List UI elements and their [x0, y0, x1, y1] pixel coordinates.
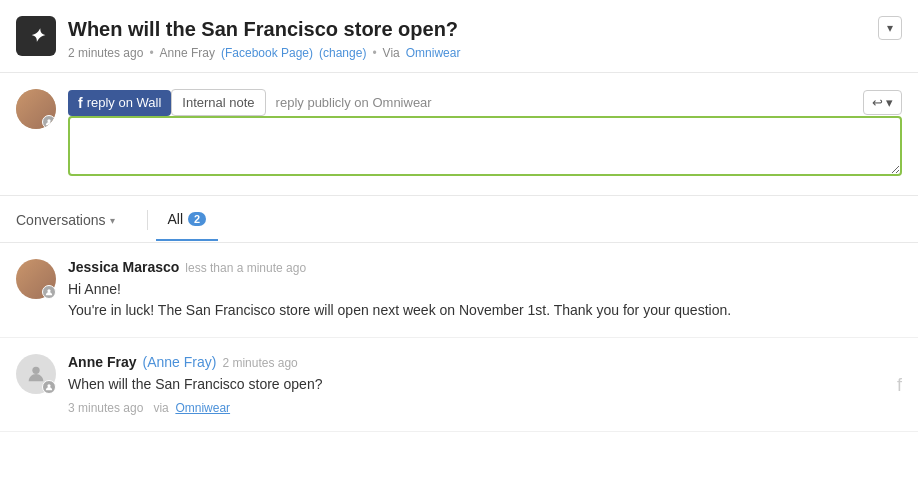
- jessica-greeting: Hi Anne!: [68, 279, 902, 300]
- facebook-action-icon[interactable]: f: [897, 374, 902, 395]
- jessica-author: Jessica Marasco: [68, 259, 179, 275]
- page-title: When will the San Francisco store open?: [68, 16, 902, 42]
- message-list: Jessica Marasco less than a minute ago H…: [0, 243, 918, 432]
- avatar-badge: [42, 115, 56, 129]
- jessica-message-content: Jessica Marasco less than a minute ago H…: [68, 259, 902, 321]
- author-name: Anne Fray: [160, 46, 215, 60]
- reply-tabs-row: f reply on Wall Internal note reply publ…: [68, 89, 902, 116]
- reply-avatar: [16, 89, 56, 129]
- dot-separator-1: •: [149, 46, 153, 60]
- conversations-header: Conversations ▾ All 2: [0, 196, 918, 243]
- header-dropdown-button[interactable]: ▾: [878, 16, 902, 40]
- tab-all-badge: 2: [188, 212, 206, 226]
- tab-all-label: All: [168, 211, 184, 227]
- facebook-icon: f: [78, 95, 83, 111]
- message-item: Jessica Marasco less than a minute ago H…: [0, 243, 918, 338]
- conversations-chevron-icon: ▾: [110, 215, 115, 226]
- tab-all[interactable]: All 2: [156, 211, 219, 241]
- svg-point-3: [47, 384, 50, 387]
- anne-message-item: Anne Fray (Anne Fray) 2 minutes ago When…: [0, 338, 918, 432]
- tab-internal-label: Internal note: [182, 95, 254, 110]
- change-link[interactable]: (change): [319, 46, 366, 60]
- jessica-avatar-badge: [42, 285, 56, 299]
- anne-body: When will the San Francisco store open?: [68, 374, 902, 395]
- conversations-divider: [147, 210, 148, 230]
- omniwear-link[interactable]: Omniwear: [406, 46, 461, 60]
- header-content: When will the San Francisco store open? …: [68, 16, 902, 60]
- svg-point-1: [47, 289, 50, 292]
- svg-point-2: [32, 367, 39, 374]
- page-header: ✦ When will the San Francisco store open…: [0, 0, 918, 73]
- jessica-time: less than a minute ago: [185, 261, 306, 275]
- tab-internal-note[interactable]: Internal note: [171, 89, 265, 116]
- conversations-section: Conversations ▾ All 2: [0, 196, 918, 432]
- anne-message-header: Anne Fray (Anne Fray) 2 minutes ago: [68, 354, 902, 370]
- reply-toolbar-right: ↩ ▾: [863, 90, 902, 115]
- post-time: 2 minutes ago: [68, 46, 143, 60]
- conversations-text: Conversations: [16, 212, 106, 228]
- logo-icon: ✦: [29, 25, 44, 47]
- anne-message-content: Anne Fray (Anne Fray) 2 minutes ago When…: [68, 354, 902, 415]
- reply-section: f reply on Wall Internal note reply publ…: [0, 73, 918, 196]
- facebook-page-link[interactable]: (Facebook Page): [221, 46, 313, 60]
- anne-avatar: [16, 354, 56, 394]
- dot-separator-2: •: [372, 46, 376, 60]
- tab-reply-on-wall[interactable]: f reply on Wall: [68, 90, 171, 116]
- reply-main: f reply on Wall Internal note reply publ…: [68, 89, 902, 179]
- conversations-label[interactable]: Conversations ▾: [16, 212, 115, 240]
- tab-reply-publicly[interactable]: reply publicly on Omniwear: [266, 90, 442, 115]
- header-meta: 2 minutes ago • Anne Fray (Facebook Page…: [68, 46, 902, 60]
- toolbar-chevron-icon: ▾: [886, 95, 893, 110]
- anne-sub: 3 minutes ago via Omniwear: [68, 401, 902, 415]
- jessica-body: You're in luck! The San Francisco store …: [68, 300, 902, 321]
- anne-omniwear-link[interactable]: Omniwear: [175, 401, 230, 415]
- reply-textarea[interactable]: [68, 116, 902, 176]
- conversations-tabs: All 2: [156, 211, 219, 241]
- anne-fray-parenthetical[interactable]: (Anne Fray): [142, 354, 216, 370]
- toolbar-action-button[interactable]: ↩ ▾: [863, 90, 902, 115]
- jessica-avatar: [16, 259, 56, 299]
- via-label: Via: [383, 46, 400, 60]
- anne-avatar-badge: [42, 380, 56, 394]
- anne-time: 2 minutes ago: [222, 356, 297, 370]
- jessica-message-header: Jessica Marasco less than a minute ago: [68, 259, 902, 275]
- tab-public-label: reply publicly on Omniwear: [276, 95, 432, 110]
- anne-author: Anne Fray: [68, 354, 136, 370]
- svg-point-0: [47, 119, 50, 122]
- toolbar-icon: ↩: [872, 95, 883, 110]
- tab-facebook-label: reply on Wall: [87, 95, 162, 110]
- app-logo: ✦: [16, 16, 56, 56]
